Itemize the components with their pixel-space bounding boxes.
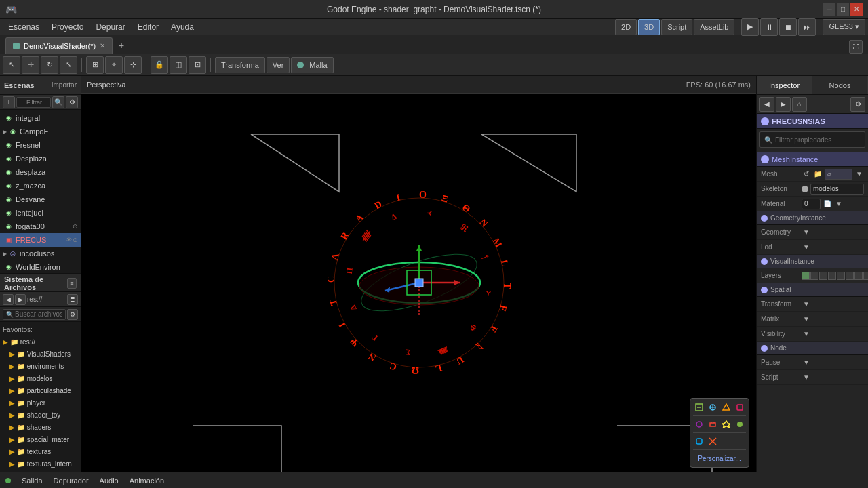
- layer-2[interactable]: [810, 272, 818, 280]
- layer-8[interactable]: [863, 272, 868, 280]
- viewport[interactable]: Perspectiva FPS: 60 (16.67 ms): [81, 76, 756, 472]
- file-item-res---[interactable]: ▶ 📁res://: [0, 336, 81, 348]
- transform-expand[interactable]: ▼: [802, 300, 811, 309]
- add-node-button[interactable]: +: [3, 96, 15, 108]
- debugger-label[interactable]: Depurador: [54, 476, 89, 485]
- file-search-input[interactable]: [15, 310, 62, 318]
- layer-4[interactable]: [828, 272, 836, 280]
- file-item-modelos[interactable]: ▶ 📁modelos: [0, 372, 81, 384]
- group-button[interactable]: ◫: [170, 56, 187, 74]
- popup-btn-4[interactable]: [734, 401, 746, 413]
- file-view-toggle[interactable]: ≣: [67, 294, 78, 305]
- visibility-expand[interactable]: ▼: [802, 329, 811, 339]
- popup-btn-7[interactable]: [720, 418, 732, 430]
- material-index[interactable]: 0: [802, 199, 821, 209]
- file-item-enviroments[interactable]: ▶ 📁enviroments: [0, 360, 81, 372]
- inspector-back-button[interactable]: ◀: [760, 97, 774, 112]
- popup-btn-9[interactable]: [693, 435, 705, 447]
- tree-item-z_mazca[interactable]: ◉z_mazca: [0, 179, 81, 192]
- close-button[interactable]: ✕: [850, 3, 863, 16]
- mode-script-button[interactable]: Script: [661, 19, 692, 35]
- script-expand[interactable]: ▼: [802, 373, 811, 382]
- menu-ayuda[interactable]: Ayuda: [165, 21, 199, 33]
- mesh-reset-button[interactable]: ↺: [802, 169, 811, 179]
- mesh-expand-button[interactable]: ▼: [854, 169, 864, 179]
- layer-6[interactable]: [846, 272, 854, 280]
- mesh-load-button[interactable]: 📁: [813, 169, 823, 179]
- inspector-fwd-button[interactable]: ▶: [776, 97, 791, 112]
- tree-item-desplaza[interactable]: ◉desplaza: [0, 165, 81, 179]
- pause-expand[interactable]: ▼: [802, 358, 811, 367]
- maximize-button[interactable]: □: [837, 3, 849, 16]
- tree-item-frecus[interactable]: ▣FRECUS👁⊙: [0, 233, 81, 247]
- tree-item-campof[interactable]: ▶◉CampoF: [0, 125, 81, 138]
- use-local-coords-button[interactable]: ⌖: [105, 56, 123, 74]
- popup-btn-1[interactable]: [693, 401, 705, 413]
- menu-depurar[interactable]: Depurar: [90, 21, 130, 33]
- popup-btn-5[interactable]: [693, 418, 705, 430]
- file-item-visualshader2[interactable]: ▶ 📁visualshader2: [0, 470, 81, 472]
- step-button[interactable]: ⏭: [798, 18, 816, 36]
- inspector-home-button[interactable]: ⌂: [792, 97, 807, 112]
- tab-close-button[interactable]: ✕: [100, 42, 105, 49]
- rotate-mode-button[interactable]: ↻: [41, 56, 58, 74]
- snap-button[interactable]: ⊞: [86, 56, 104, 74]
- expand-viewport-button[interactable]: ⛶: [849, 40, 863, 54]
- file-search-options[interactable]: ⚙: [67, 309, 78, 320]
- file-item-particulashade[interactable]: ▶ 📁particulashade: [0, 384, 81, 396]
- tree-item-desplaza[interactable]: ◉Desplaza: [0, 152, 81, 165]
- layer-1[interactable]: [802, 272, 810, 280]
- popup-btn-8[interactable]: [734, 418, 746, 430]
- geometry-expand[interactable]: ▼: [802, 228, 811, 237]
- popup-btn-10[interactable]: [707, 435, 719, 447]
- animation-label[interactable]: Animación: [130, 476, 164, 485]
- inspector-options-button[interactable]: ⚙: [850, 97, 865, 112]
- menu-editor[interactable]: Editor: [132, 21, 164, 33]
- geometry-section-header[interactable]: GeometryInstance: [757, 211, 868, 225]
- select-mode-button[interactable]: ↖: [3, 56, 20, 74]
- tree-item-integral[interactable]: ◉integral: [0, 111, 81, 125]
- move-mode-button[interactable]: ✛: [22, 56, 39, 74]
- lock-button[interactable]: 🔒: [151, 56, 168, 74]
- matrix-expand[interactable]: ▼: [802, 314, 811, 324]
- popup-btn-3[interactable]: [720, 401, 732, 413]
- tree-item-incoclusos[interactable]: ▶◎incoclusos: [0, 247, 81, 260]
- transform-button[interactable]: Transforma: [215, 57, 265, 73]
- visual-section-header[interactable]: VisualInstance: [757, 255, 868, 268]
- layer-7[interactable]: [854, 272, 863, 280]
- file-item-spacial-mater[interactable]: ▶ 📁spacial_mater: [0, 433, 81, 445]
- inspector-search-input[interactable]: [775, 136, 861, 144]
- tree-item-desvane[interactable]: ◉Desvane: [0, 192, 81, 206]
- use-snap-button[interactable]: ⊹: [124, 56, 142, 74]
- mode-3d-button[interactable]: 3D: [638, 19, 660, 35]
- layer-5[interactable]: [837, 272, 845, 280]
- tree-item-fresnel[interactable]: ◉Fresnel: [0, 138, 81, 152]
- node-section-header[interactable]: Node: [757, 342, 868, 355]
- lod-expand[interactable]: ▼: [802, 243, 811, 252]
- audio-label[interactable]: Audio: [100, 476, 119, 485]
- material-new-button[interactable]: 📄: [823, 199, 832, 209]
- minimize-button[interactable]: ─: [823, 3, 835, 16]
- nav-fwd-button[interactable]: ▶: [15, 294, 26, 305]
- file-system-options[interactable]: ≡: [67, 278, 77, 289]
- gles-version-button[interactable]: GLES3 ▾: [823, 19, 865, 35]
- tab-nodos[interactable]: Nodos: [812, 76, 868, 94]
- scale-mode-button[interactable]: ⤡: [60, 56, 77, 74]
- play-button[interactable]: ▶: [741, 18, 759, 36]
- ungroup-button[interactable]: ⊡: [189, 56, 206, 74]
- popup-btn-2[interactable]: [707, 401, 719, 413]
- layer-3[interactable]: [819, 272, 827, 280]
- mesh-value-display[interactable]: ▱: [825, 169, 852, 180]
- menu-escenas[interactable]: Escenas: [3, 21, 45, 33]
- tree-item-fogata00[interactable]: ◉fogata00⊙: [0, 220, 81, 233]
- tab-inspector[interactable]: Inspector: [757, 76, 812, 94]
- menu-proyecto[interactable]: Proyecto: [46, 21, 89, 33]
- popup-btn-6[interactable]: [707, 418, 719, 430]
- import-button[interactable]: Importar: [52, 81, 77, 89]
- material-expand-button[interactable]: ▼: [834, 199, 844, 209]
- pause-button[interactable]: ⏸: [760, 18, 778, 36]
- scene-options-button[interactable]: ⚙: [66, 96, 78, 108]
- tab-demo-visual-shader[interactable]: DemoVisualShader(*) ✕: [5, 37, 113, 54]
- skeleton-value-display[interactable]: modelos: [810, 184, 864, 195]
- mode-assetlib-button[interactable]: AssetLib: [694, 19, 734, 35]
